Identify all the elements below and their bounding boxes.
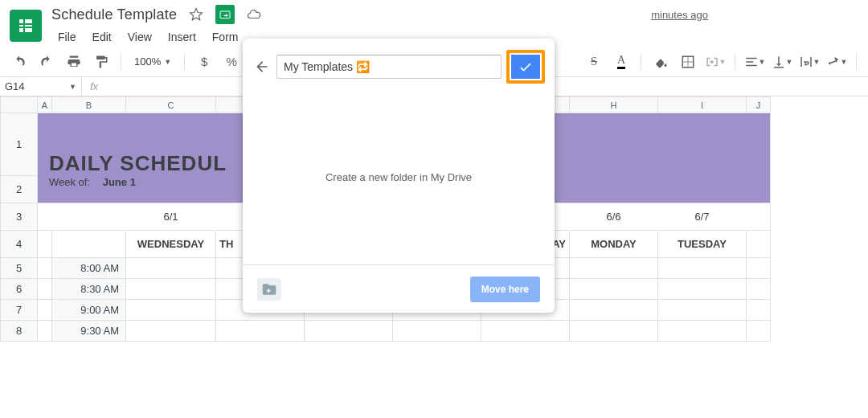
fill-color-icon[interactable] xyxy=(649,51,672,73)
chevron-down-icon: ▼ xyxy=(813,58,821,66)
currency-button[interactable]: $ xyxy=(193,51,215,73)
chevron-down-icon: ▼ xyxy=(164,58,171,66)
separator xyxy=(856,54,857,70)
move-to-folder-icon[interactable] xyxy=(215,5,235,24)
popover-body: Create a new folder in My Drive xyxy=(243,90,555,264)
col-header[interactable]: J xyxy=(747,97,771,113)
menu-insert[interactable]: Insert xyxy=(162,27,203,47)
fx-icon: fx xyxy=(82,80,106,92)
folder-name-value: My Templates 🔁 xyxy=(284,60,370,73)
confirm-create-button[interactable] xyxy=(511,55,540,79)
day-date: 6/7 xyxy=(658,203,747,231)
redo-icon[interactable] xyxy=(35,51,58,73)
day-name: MONDAY xyxy=(570,231,658,258)
row-header[interactable]: 6 xyxy=(1,279,38,300)
new-folder-icon[interactable] xyxy=(257,278,281,301)
move-file-popover: My Templates 🔁 Create a new folder in My… xyxy=(243,39,555,313)
row-header[interactable]: 1 xyxy=(1,113,38,176)
zoom-value: 100% xyxy=(134,55,161,68)
day-name: TUESDAY xyxy=(658,231,747,258)
menu-view[interactable]: View xyxy=(121,27,158,47)
col-header[interactable]: B xyxy=(52,97,126,113)
popover-body-text: Create a new folder in My Drive xyxy=(326,171,472,183)
doc-title[interactable]: Schedule Template xyxy=(51,6,177,23)
row-header[interactable]: 5 xyxy=(1,258,38,279)
row-header[interactable]: 4 xyxy=(1,231,38,258)
time-cell: 9:30 AM xyxy=(52,321,126,342)
folder-name-input[interactable]: My Templates 🔁 xyxy=(276,55,502,79)
day-name: WEDNESDAY xyxy=(126,231,216,258)
chevron-down-icon: ▼ xyxy=(719,58,727,66)
horizontal-align-icon[interactable]: ▼ xyxy=(743,51,766,73)
hero-sub-value: June 1 xyxy=(103,176,136,188)
row-header[interactable]: 2 xyxy=(1,176,38,203)
separator xyxy=(735,54,735,70)
vertical-align-icon[interactable]: ▼ xyxy=(771,51,793,73)
popover-footer: Move here xyxy=(243,264,555,313)
row-header[interactable]: 7 xyxy=(1,300,38,321)
col-header[interactable]: C xyxy=(126,97,216,113)
sheets-logo-icon[interactable] xyxy=(10,10,42,42)
row-header[interactable]: 3 xyxy=(1,203,38,231)
text-color-icon[interactable]: A xyxy=(610,51,633,73)
separator xyxy=(184,54,185,70)
confirm-highlight xyxy=(506,50,545,84)
undo-icon[interactable] xyxy=(8,51,31,73)
svg-rect-0 xyxy=(19,19,32,32)
day-date: 6/6 xyxy=(570,203,658,231)
col-header[interactable]: A xyxy=(38,97,52,113)
doc-title-row: Schedule Template minutes ago xyxy=(51,5,858,24)
day-date: 6/1 xyxy=(126,203,216,231)
chevron-down-icon: ▼ xyxy=(759,58,766,66)
time-cell: 8:30 AM xyxy=(52,279,126,300)
col-header[interactable]: H xyxy=(570,97,658,113)
col-header[interactable]: I xyxy=(658,97,747,113)
popover-header: My Templates 🔁 xyxy=(243,39,555,90)
print-icon[interactable] xyxy=(63,51,85,73)
merge-cells-icon[interactable]: ▼ xyxy=(704,51,727,73)
star-icon[interactable] xyxy=(188,6,204,23)
zoom-selector[interactable]: 100%▼ xyxy=(129,55,176,68)
separator xyxy=(121,54,121,70)
chevron-down-icon: ▼ xyxy=(786,58,793,66)
menu-file[interactable]: File xyxy=(51,27,83,47)
percent-button[interactable]: % xyxy=(220,51,243,73)
hero-sub-label: Week of: xyxy=(49,176,90,188)
move-here-button[interactable]: Move here xyxy=(470,277,540,302)
strikethrough-icon[interactable]: S xyxy=(583,51,605,73)
chevron-down-icon: ▼ xyxy=(69,83,76,91)
separator xyxy=(641,54,641,70)
text-wrap-icon[interactable]: ▼ xyxy=(798,51,821,73)
borders-icon[interactable] xyxy=(677,51,699,73)
svg-rect-8 xyxy=(774,67,784,68)
time-cell: 9:00 AM xyxy=(52,300,126,321)
name-box-value: G14 xyxy=(5,80,25,92)
back-arrow-icon[interactable] xyxy=(252,57,272,76)
menu-edit[interactable]: Edit xyxy=(86,27,118,47)
cloud-status-icon[interactable] xyxy=(246,6,262,23)
table-row[interactable]: 8 9:30 AM xyxy=(1,321,771,342)
last-edit-link[interactable]: minutes ago xyxy=(651,9,708,21)
paint-format-icon[interactable] xyxy=(90,51,113,73)
menu-format[interactable]: Form xyxy=(206,27,245,47)
time-cell: 8:00 AM xyxy=(52,258,126,279)
name-box[interactable]: G14 ▼ xyxy=(0,77,82,96)
row-header[interactable]: 8 xyxy=(1,321,38,342)
select-all-corner[interactable] xyxy=(1,97,38,113)
chevron-down-icon: ▼ xyxy=(841,58,848,66)
text-rotation-icon[interactable]: ▼ xyxy=(825,51,848,73)
